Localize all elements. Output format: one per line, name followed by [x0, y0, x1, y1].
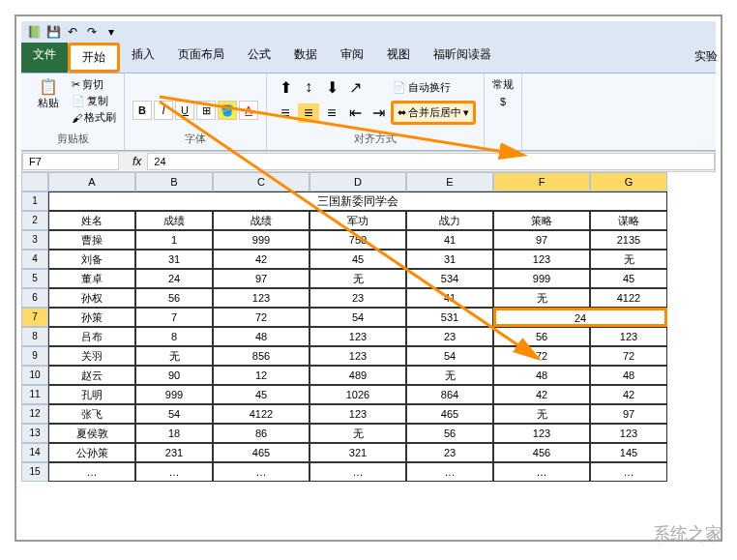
data-cell[interactable]: 48: [590, 366, 667, 385]
data-cell[interactable]: 72: [590, 346, 667, 366]
data-cell[interactable]: 1026: [310, 385, 406, 404]
fill-color-button[interactable]: 🪣: [218, 101, 237, 120]
align-left-icon[interactable]: ≡: [275, 103, 296, 123]
format-painter-button[interactable]: 🖌格式刷: [72, 110, 116, 125]
row-header[interactable]: 15: [21, 462, 48, 482]
data-cell[interactable]: 72: [493, 346, 590, 366]
data-cell[interactable]: 1: [135, 230, 213, 250]
data-cell[interactable]: 123: [213, 288, 310, 308]
data-cell[interactable]: 145: [590, 443, 667, 462]
redo-icon[interactable]: ↷: [83, 23, 101, 41]
row-header[interactable]: 5: [21, 269, 48, 288]
data-cell[interactable]: 23: [406, 327, 493, 346]
data-cell[interactable]: 999: [135, 385, 213, 404]
undo-icon[interactable]: ↶: [64, 23, 81, 41]
data-cell[interactable]: 无: [310, 269, 406, 288]
data-cell[interactable]: 465: [406, 404, 493, 424]
align-bottom-icon[interactable]: ⬇: [321, 77, 342, 97]
data-cell[interactable]: 123: [310, 346, 406, 366]
data-cell[interactable]: 72: [213, 308, 310, 327]
data-cell[interactable]: 97: [590, 404, 667, 424]
data-cell[interactable]: …: [135, 462, 213, 482]
data-cell[interactable]: 90: [135, 366, 213, 385]
name-box[interactable]: F7: [22, 153, 119, 170]
data-cell[interactable]: 531: [406, 308, 493, 327]
formula-bar[interactable]: 24: [147, 153, 715, 170]
data-cell[interactable]: 750: [310, 230, 406, 250]
data-cell[interactable]: 123: [310, 327, 406, 346]
select-all-corner[interactable]: [21, 172, 48, 192]
data-cell[interactable]: …: [213, 462, 310, 482]
tab-data[interactable]: 数据: [282, 43, 329, 73]
data-cell[interactable]: 856: [213, 346, 310, 366]
row-header[interactable]: 12: [21, 404, 48, 424]
data-cell[interactable]: 无: [310, 424, 406, 443]
data-cell[interactable]: 2135: [590, 230, 667, 250]
data-cell[interactable]: 无: [590, 250, 667, 269]
data-cell[interactable]: 45: [213, 385, 310, 404]
orientation-icon[interactable]: ↗: [344, 77, 366, 97]
data-cell[interactable]: 456: [493, 443, 590, 462]
data-cell[interactable]: 999: [493, 269, 590, 288]
data-cell[interactable]: 公孙策: [48, 443, 135, 462]
data-cell[interactable]: 吕布: [48, 327, 135, 346]
col-header[interactable]: D: [310, 172, 406, 192]
col-header[interactable]: G: [590, 172, 667, 192]
data-cell[interactable]: 孙策: [48, 308, 135, 327]
data-cell[interactable]: 23: [310, 288, 406, 308]
currency-icon[interactable]: $: [492, 92, 514, 111]
data-cell[interactable]: 97: [213, 269, 310, 288]
copy-button[interactable]: 📄复制: [72, 94, 116, 108]
data-cell[interactable]: …: [590, 462, 667, 482]
data-cell[interactable]: 97: [493, 230, 590, 250]
merged-selected-cell[interactable]: 24: [493, 308, 667, 327]
header-cell[interactable]: 姓名: [48, 211, 135, 230]
tab-home[interactable]: 开始: [68, 43, 120, 73]
tab-view[interactable]: 视图: [375, 43, 422, 73]
tab-layout[interactable]: 页面布局: [166, 43, 236, 73]
data-cell[interactable]: 48: [493, 366, 590, 385]
data-cell[interactable]: 86: [213, 424, 310, 443]
tab-file[interactable]: 文件: [21, 43, 68, 73]
tab-formula[interactable]: 公式: [236, 43, 282, 73]
data-cell[interactable]: 4122: [590, 288, 667, 308]
data-cell[interactable]: 42: [213, 250, 310, 269]
data-cell[interactable]: 23: [406, 443, 493, 462]
data-cell[interactable]: 54: [310, 308, 406, 327]
italic-button[interactable]: I: [154, 101, 173, 120]
cut-button[interactable]: ✂剪切: [72, 77, 116, 92]
align-right-icon[interactable]: ≡: [321, 103, 342, 123]
data-cell[interactable]: 无: [493, 404, 590, 424]
data-cell[interactable]: 231: [135, 443, 213, 462]
row-header[interactable]: 9: [21, 346, 48, 366]
data-cell[interactable]: 54: [135, 404, 213, 424]
data-cell[interactable]: 864: [406, 385, 493, 404]
col-header[interactable]: B: [135, 172, 213, 192]
row-header[interactable]: 4: [21, 250, 48, 269]
data-cell[interactable]: 489: [310, 366, 406, 385]
wrap-text-button[interactable]: 📄自动换行: [389, 78, 455, 97]
data-cell[interactable]: 31: [135, 250, 213, 269]
data-cell[interactable]: 41: [406, 288, 493, 308]
data-cell[interactable]: 123: [590, 327, 667, 346]
data-cell[interactable]: 无: [406, 366, 493, 385]
data-cell[interactable]: 曹操: [48, 230, 135, 250]
header-cell[interactable]: 谋略: [590, 211, 667, 230]
data-cell[interactable]: 48: [213, 327, 310, 346]
align-center-icon[interactable]: ≡: [298, 103, 319, 123]
data-cell[interactable]: 56: [135, 288, 213, 308]
header-cell[interactable]: 策略: [493, 211, 590, 230]
data-cell[interactable]: 123: [590, 424, 667, 443]
data-cell[interactable]: 孙权: [48, 288, 135, 308]
header-cell[interactable]: 战绩: [213, 211, 310, 230]
header-cell[interactable]: 成绩: [135, 211, 213, 230]
row-header[interactable]: 3: [21, 230, 48, 250]
data-cell[interactable]: 123: [493, 250, 590, 269]
row-header[interactable]: 13: [21, 424, 48, 443]
data-cell[interactable]: 7: [135, 308, 213, 327]
data-cell[interactable]: 42: [590, 385, 667, 404]
data-cell[interactable]: 18: [135, 424, 213, 443]
data-cell[interactable]: 孔明: [48, 385, 135, 404]
header-cell[interactable]: 军功: [310, 211, 406, 230]
data-cell[interactable]: 24: [135, 269, 213, 288]
